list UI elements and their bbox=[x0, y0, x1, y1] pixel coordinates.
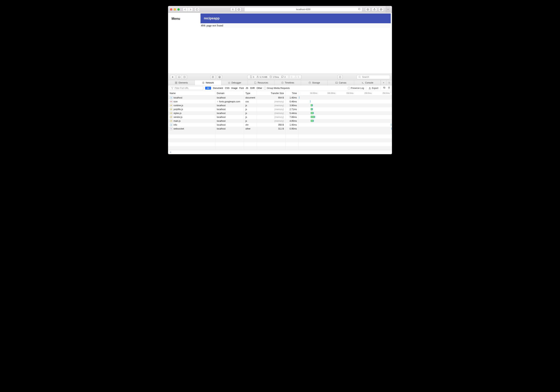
col-domain[interactable]: Domain bbox=[215, 91, 244, 96]
request-type: xhr bbox=[244, 123, 257, 127]
new-tab-button[interactable]: + bbox=[386, 6, 390, 13]
filter-all[interactable]: All bbox=[205, 87, 211, 90]
export-icon bbox=[369, 87, 371, 89]
disable-cache-button[interactable] bbox=[383, 87, 386, 90]
export-button[interactable]: Export bbox=[369, 87, 378, 89]
app-header: recipeapp bbox=[200, 13, 391, 23]
request-size: (memory) bbox=[257, 115, 286, 119]
request-time: 4.85ms bbox=[286, 119, 299, 123]
separator bbox=[380, 87, 381, 90]
summary-messages: 2 bbox=[284, 76, 286, 78]
clock-icon bbox=[270, 76, 272, 78]
request-name: styles.js bbox=[174, 112, 181, 115]
tab-console[interactable]: Console bbox=[354, 80, 381, 85]
col-size[interactable]: Transfer Size bbox=[257, 91, 286, 96]
table-row[interactable]: JSruntime.jslocalhostjs(memory)3.90ms bbox=[168, 103, 392, 107]
request-type: js bbox=[244, 119, 257, 123]
search-placeholder: Search bbox=[362, 76, 369, 78]
devtools-tabstrip: Elements Network Debugger Resources Time… bbox=[168, 80, 392, 85]
filter-url-input[interactable]: Filter Full URL bbox=[170, 86, 203, 90]
dock-side-button[interactable] bbox=[177, 75, 182, 79]
svg-point-18 bbox=[289, 76, 289, 77]
group-media-checkbox[interactable]: Group Media Requests bbox=[264, 87, 290, 89]
close-window-button[interactable] bbox=[170, 8, 172, 10]
devtools-search[interactable]: Search bbox=[357, 75, 390, 79]
tab-canvas[interactable]: Canvas bbox=[328, 80, 354, 85]
menu-heading[interactable]: Menu bbox=[171, 17, 197, 21]
request-time: 0.46ms bbox=[286, 99, 299, 103]
filter-document[interactable]: Document bbox=[213, 87, 223, 89]
devtools-settings-button[interactable] bbox=[386, 80, 392, 85]
tab-timelines[interactable]: Timelines bbox=[274, 80, 301, 85]
clear-button[interactable] bbox=[388, 87, 390, 90]
js-file-icon: JS bbox=[170, 119, 172, 122]
maximize-window-button[interactable] bbox=[177, 8, 180, 10]
dock-bottom-button[interactable] bbox=[182, 75, 187, 79]
filter-css[interactable]: CSS bbox=[225, 87, 230, 89]
svg-rect-25 bbox=[176, 83, 177, 84]
address-bar[interactable]: localhost:4200 bbox=[244, 7, 362, 12]
back-button[interactable] bbox=[183, 7, 188, 11]
tabs-overview-button[interactable] bbox=[379, 7, 384, 11]
table-row[interactable]: cssiconfonts.googleapis.comcss(memory)0.… bbox=[168, 99, 392, 103]
site-info-button[interactable] bbox=[236, 7, 241, 11]
filter-font[interactable]: Font bbox=[239, 87, 244, 89]
inspect-element-button[interactable] bbox=[338, 75, 343, 79]
console-prompt[interactable] bbox=[168, 150, 392, 154]
tab-resources[interactable]: Resources bbox=[248, 80, 274, 85]
page-viewport: Menu recipeapp 404: page not found bbox=[168, 13, 392, 74]
col-name[interactable]: Name bbox=[168, 91, 215, 96]
request-waterfall bbox=[299, 96, 392, 99]
separator bbox=[366, 87, 366, 90]
empty-row bbox=[168, 138, 392, 142]
filter-xhr[interactable]: XHR bbox=[250, 87, 255, 89]
table-row[interactable]: JSvendor.jslocalhostjs(memory)7.86ms bbox=[168, 115, 392, 119]
request-type: js bbox=[244, 107, 257, 111]
table-row[interactable]: ◎infolocalhostxhr356 B1.40ms bbox=[168, 123, 392, 127]
request-type: js bbox=[244, 115, 257, 119]
devtools-panel: 9 5.74 MB 173ms 2 0 0 Search Elements Ne… bbox=[168, 74, 392, 154]
sidebar-toggle-button[interactable] bbox=[194, 7, 200, 11]
request-type: document bbox=[244, 96, 257, 99]
tab-storage[interactable]: Storage bbox=[301, 80, 328, 85]
request-waterfall bbox=[299, 99, 392, 103]
request-size: (memory) bbox=[257, 111, 286, 115]
js-file-icon: JS bbox=[170, 104, 172, 107]
filter-js[interactable]: JS bbox=[246, 87, 248, 89]
preserve-log-checkbox[interactable]: Preserve Log bbox=[348, 87, 364, 89]
filter-image[interactable]: Image bbox=[231, 87, 238, 89]
col-time[interactable]: Time bbox=[286, 91, 299, 96]
download-har-button[interactable] bbox=[217, 75, 222, 79]
reader-button[interactable] bbox=[230, 7, 235, 11]
request-name: runtime.js bbox=[174, 104, 183, 107]
message-icon bbox=[281, 76, 284, 78]
summary-requests: 9 bbox=[253, 76, 254, 78]
network-filter-bar: Filter Full URL All Document CSS Image F… bbox=[168, 85, 392, 91]
add-tab-button[interactable]: + bbox=[381, 80, 386, 85]
table-row[interactable]: ◎localhostlocalhostdocument904 B1.40ms bbox=[168, 96, 392, 99]
filter-other[interactable]: Other bbox=[257, 87, 262, 89]
forward-button[interactable] bbox=[188, 7, 193, 11]
reload-button[interactable] bbox=[358, 8, 360, 11]
request-time: 2.71ms bbox=[286, 107, 299, 111]
tab-debugger[interactable]: Debugger bbox=[221, 80, 248, 85]
request-size: 904 B bbox=[257, 96, 286, 99]
reload-ignore-cache-button[interactable] bbox=[210, 75, 216, 79]
app-title: recipeapp bbox=[204, 16, 220, 20]
table-row[interactable]: JSstyles.jslocalhostjs(memory)5.44ms bbox=[168, 111, 392, 115]
request-name: localhost bbox=[174, 97, 182, 99]
table-row[interactable]: ⇅websocketlocalhostother311 B0.95ms bbox=[168, 127, 392, 131]
svg-point-21 bbox=[359, 76, 360, 78]
col-waterfall[interactable]: 50.00ms100.00ms150.0ms200.0ms250.0ms⌃ bbox=[299, 91, 392, 96]
search-icon bbox=[358, 76, 361, 78]
table-row[interactable]: JSmain.jslocalhostjs(memory)4.85ms bbox=[168, 119, 392, 123]
minimize-window-button[interactable] bbox=[174, 8, 176, 10]
close-devtools-button[interactable] bbox=[170, 75, 175, 79]
table-row[interactable]: JSpolyfills.jslocalhostjs(memory)2.71ms bbox=[168, 107, 392, 111]
downloads-button[interactable] bbox=[365, 7, 370, 11]
js-file-icon: JS bbox=[170, 116, 172, 118]
tab-elements[interactable]: Elements bbox=[168, 80, 195, 85]
share-button[interactable] bbox=[372, 7, 377, 11]
tab-network[interactable]: Network bbox=[195, 80, 221, 85]
col-type[interactable]: Type bbox=[244, 91, 257, 96]
